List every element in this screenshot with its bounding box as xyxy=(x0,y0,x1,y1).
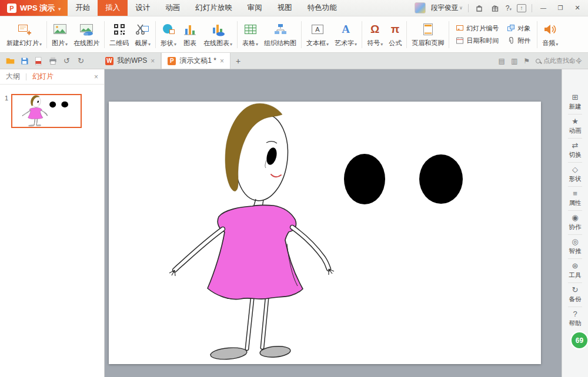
divider xyxy=(406,21,407,48)
slide-number: 1 xyxy=(5,94,8,128)
save-icon[interactable] xyxy=(18,55,31,67)
titlebar: P WPS 演示 开始 插入 设计 动画 幻灯片放映 审阅 视图 特色功能 段宇… xyxy=(0,0,588,16)
divider xyxy=(104,21,105,48)
close-panel-icon[interactable] xyxy=(94,73,98,81)
sidebar-item-collaborate[interactable]: ◉ 协作 xyxy=(562,211,588,234)
tools-icon: ⊛ xyxy=(572,262,579,270)
document-tabbar: ↺ ↻ W 我的WPS P 演示文稿1 * ▤ ▥ ⚑ 点此查找命令 xyxy=(0,53,588,69)
export-pdf-icon[interactable] xyxy=(32,55,45,67)
tab-home[interactable]: 开始 xyxy=(68,0,98,16)
ribbon-item-online-chart[interactable]: 在线图表 xyxy=(201,18,235,52)
close-tab-icon[interactable] xyxy=(220,57,224,65)
undo-icon[interactable]: ↺ xyxy=(61,55,73,67)
sidebar-item-tools[interactable]: ⊛ 工具 xyxy=(562,259,588,282)
ribbon-item-formula[interactable]: π 公式 xyxy=(386,18,405,52)
tab-design[interactable]: 设计 xyxy=(128,0,158,16)
close-window-button[interactable] xyxy=(572,4,583,12)
sidebar-item-animation[interactable]: ★ 动画 xyxy=(562,115,588,138)
sidebar-item-properties[interactable]: ≡ 属性 xyxy=(562,187,588,210)
user-avatar[interactable] xyxy=(415,2,426,14)
print-icon[interactable] xyxy=(46,55,59,67)
upload-icon[interactable]: ↑ xyxy=(517,4,526,12)
open-folder-icon[interactable] xyxy=(4,55,16,67)
menu-tabs: 开始 插入 设计 动画 幻灯片放映 审阅 视图 特色功能 xyxy=(68,0,345,16)
divider xyxy=(537,21,537,48)
ribbon-item-date-time[interactable]: 日期和时间 xyxy=(456,36,499,45)
doc-tab-my-wps[interactable]: W 我的WPS xyxy=(99,53,161,69)
ribbon-item-picture[interactable]: 图片 xyxy=(49,18,71,52)
wps-p-icon: P xyxy=(168,57,176,65)
ribbon-item-qr-code[interactable]: 二维码 xyxy=(106,18,132,52)
close-tab-icon[interactable] xyxy=(151,57,155,65)
ribbon-item-audio[interactable]: 音频 xyxy=(539,18,561,52)
ribbon-item-wordart[interactable]: A 艺术字 xyxy=(332,18,360,52)
divider xyxy=(46,21,47,48)
slide-canvas[interactable] xyxy=(105,69,562,377)
dropdown-arrow-icon xyxy=(148,40,151,47)
sidebar-item-transition[interactable]: ⇄ 切换 xyxy=(562,139,588,162)
svg-text:A: A xyxy=(315,26,320,33)
sidebar-item-shape[interactable]: ◇ 形状 xyxy=(562,163,588,186)
ribbon-item-slide-number[interactable]: 幻灯片编号 xyxy=(456,24,499,33)
gift-icon[interactable] xyxy=(490,4,500,13)
wps-presentation-window: P WPS 演示 开始 插入 设计 动画 幻灯片放映 审阅 视图 特色功能 段宇… xyxy=(0,0,588,377)
slide-thumbnail[interactable] xyxy=(11,94,82,128)
ribbon-item-org-chart[interactable]: 组织结构图 xyxy=(261,18,299,52)
panel-icon[interactable]: ▤ xyxy=(499,57,505,65)
chevron-down-icon[interactable] xyxy=(58,4,61,12)
tab-outline[interactable]: 大纲 xyxy=(6,72,20,82)
slide-drawing-girl[interactable] xyxy=(109,102,541,364)
date-time-icon xyxy=(456,36,464,45)
attachment-icon xyxy=(507,36,515,45)
new-tab-button[interactable] xyxy=(230,53,246,69)
restore-button[interactable] xyxy=(554,5,566,11)
tab-insert[interactable]: 插入 xyxy=(98,0,128,16)
tab-slideshow[interactable]: 幻灯片放映 xyxy=(188,0,240,16)
shop-icon[interactable] xyxy=(474,4,485,13)
ribbon-item-object[interactable]: 对象 xyxy=(507,24,530,33)
tab-review[interactable]: 审阅 xyxy=(240,0,270,16)
ribbon-item-screenshot[interactable]: 截屏 xyxy=(132,18,153,52)
sidebar-item-help[interactable]: ? 帮助 xyxy=(562,307,588,331)
minimize-button[interactable] xyxy=(537,5,549,11)
ribbon-item-online-picture[interactable]: 在线图片 xyxy=(71,18,102,52)
help-icon: ? xyxy=(573,310,577,318)
tab-animation[interactable]: 动画 xyxy=(158,0,188,16)
flag-icon[interactable]: ⚑ xyxy=(523,57,530,65)
divider xyxy=(301,21,302,48)
right-sidebar: ⊞ 新建 ★ 动画 ⇄ 切换 ◇ 形状 ≡ 属性 xyxy=(562,69,588,377)
ribbon-item-attachment[interactable]: 附件 xyxy=(507,36,530,45)
ribbon-item-new-slide[interactable]: 新建幻灯片 xyxy=(4,18,45,52)
sidebar-item-smart[interactable]: ◎ 智推 xyxy=(562,235,588,258)
ribbon-item-table[interactable]: 表格 xyxy=(239,18,261,52)
ribbon-item-header-footer[interactable]: 页眉和页脚 xyxy=(409,18,447,52)
sidebar-item-new[interactable]: ⊞ 新建 xyxy=(562,90,588,114)
layout-icon[interactable]: ▥ xyxy=(511,57,517,65)
tab-features[interactable]: 特色功能 xyxy=(300,0,345,16)
backup-sync-badge[interactable]: 69 xyxy=(570,331,588,349)
sidebar-item-backup[interactable]: ↻ 备份 xyxy=(562,283,588,307)
tab-slides[interactable]: 幻灯片 xyxy=(32,72,54,82)
object-icon xyxy=(507,24,515,32)
online-picture-icon xyxy=(79,21,94,38)
tab-view[interactable]: 视图 xyxy=(270,0,300,16)
doc-tab-presentation1[interactable]: P 演示文稿1 * xyxy=(161,53,230,69)
wps-logo[interactable]: P WPS 演示 xyxy=(0,0,68,16)
properties-icon: ≡ xyxy=(573,190,577,198)
dropdown-arrow-icon xyxy=(354,40,357,47)
ribbon-item-shapes[interactable]: 形状 xyxy=(158,18,179,52)
help-icon[interactable]: ? xyxy=(506,4,512,12)
user-name[interactable]: 段宇俊亚 xyxy=(431,4,463,12)
ribbon-item-chart[interactable]: 图表 xyxy=(179,18,201,52)
smart-icon: ◎ xyxy=(572,238,578,246)
symbol-icon: Ω xyxy=(370,21,379,38)
dropdown-arrow-icon xyxy=(326,40,329,47)
formula-icon: π xyxy=(391,21,400,38)
ribbon-item-symbol[interactable]: Ω 符号 xyxy=(364,18,386,52)
collaborate-icon: ◉ xyxy=(572,214,578,222)
ribbon-item-text-box[interactable]: A 文本框 xyxy=(303,18,332,52)
search-icon xyxy=(536,59,540,63)
slide[interactable] xyxy=(109,102,541,364)
command-search[interactable]: 点此查找命令 xyxy=(536,56,582,65)
redo-icon[interactable]: ↻ xyxy=(75,55,87,67)
